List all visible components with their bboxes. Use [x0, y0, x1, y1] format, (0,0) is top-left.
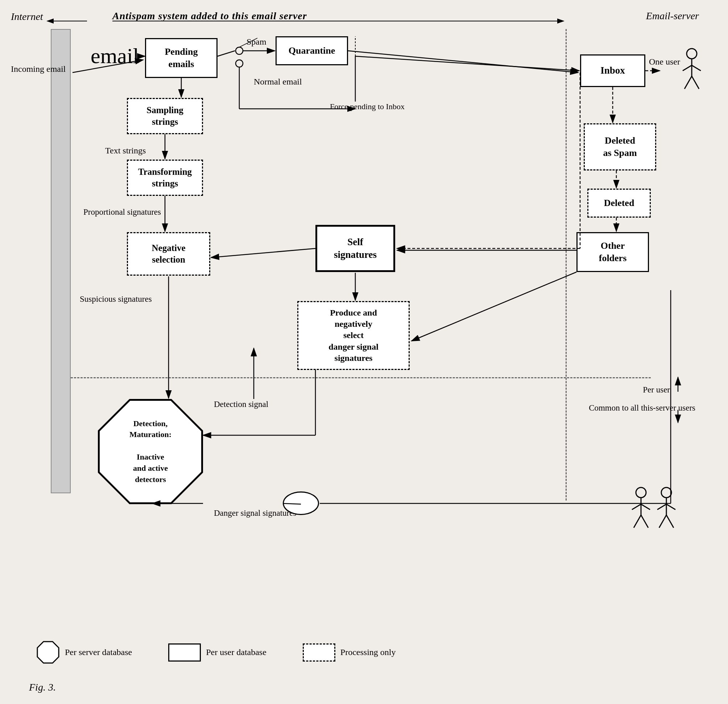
inbox-box: Inbox [580, 54, 645, 87]
svg-line-36 [355, 56, 579, 71]
svg-point-28 [235, 47, 243, 54]
svg-line-45 [412, 272, 576, 341]
boundary-horizontal [71, 377, 651, 378]
detection-signal-label: Detection signal [214, 399, 268, 410]
internet-label: Internet [11, 11, 43, 23]
other-folders-box: Other folders [576, 232, 649, 272]
legend-area: Per server database Per user database Pr… [36, 640, 396, 664]
svg-point-0 [687, 49, 697, 59]
deleted-as-spam-box: Deleted as Spam [584, 123, 656, 171]
svg-line-4 [685, 76, 692, 89]
fig-label: Fig. 3. [29, 681, 56, 693]
svg-line-34 [348, 51, 578, 72]
stick-figures-multiple [627, 486, 685, 535]
spam-label: Spam [247, 36, 266, 48]
svg-line-17 [666, 515, 674, 528]
svg-marker-60 [38, 642, 59, 663]
negative-selection-box: Negative selection [127, 232, 210, 276]
deleted-box: Deleted [587, 189, 651, 218]
svg-line-15 [666, 504, 675, 510]
legend-processing-only: Processing only [303, 643, 396, 662]
svg-point-29 [235, 60, 243, 67]
svg-line-2 [683, 65, 692, 71]
per-user-label: Per user [643, 385, 670, 395]
legend-per-server: Per server database [36, 640, 132, 664]
diagram-container: Internet Antispam system added to this e… [0, 0, 728, 704]
svg-line-14 [657, 504, 666, 510]
pending-emails-box: Pending emails [145, 38, 218, 78]
quarantine-box: Quarantine [276, 36, 348, 65]
svg-line-9 [641, 504, 650, 510]
antispam-label: Antispam system added to this email serv… [113, 10, 307, 22]
transforming-strings-box: Transforming strings [127, 160, 203, 196]
svg-line-30 [218, 51, 235, 56]
danger-signal-ellipse [283, 491, 319, 515]
force-pending-label: Force pending to Inbox [330, 101, 404, 112]
common-to-all-label: Common to all this-server users [589, 403, 695, 413]
svg-line-8 [632, 504, 641, 510]
svg-line-43 [211, 249, 315, 257]
legend-per-user: Per user database [168, 643, 266, 662]
sampling-strings-box: Sampling strings [127, 98, 203, 134]
boundary-vertical [566, 29, 567, 500]
stick-figure-one-user [679, 47, 705, 95]
one-user-label: One user [649, 56, 680, 68]
svg-line-16 [659, 515, 666, 528]
svg-line-3 [692, 65, 701, 71]
produce-negatively-box: Produce and negatively select danger sig… [297, 301, 410, 370]
svg-point-6 [636, 487, 646, 497]
emailserver-label: Email-server [646, 10, 699, 22]
incoming-email-label: Incoming email [11, 64, 66, 75]
svg-line-11 [641, 515, 648, 528]
danger-signal-label: Danger signal signatures [214, 508, 296, 519]
suspicious-signatures-label: Suspicious signatures [80, 294, 152, 305]
email-label: email [91, 43, 139, 69]
internet-bar [51, 29, 71, 493]
self-signatures-box: Self signatures [315, 225, 395, 272]
normal-email-label: Normal email [254, 76, 302, 87]
svg-line-5 [692, 76, 699, 89]
text-strings-label: Text strings [105, 145, 146, 156]
svg-line-10 [634, 515, 641, 528]
svg-point-12 [661, 487, 672, 497]
proportional-signatures-label: Proportional signatures [84, 207, 161, 218]
